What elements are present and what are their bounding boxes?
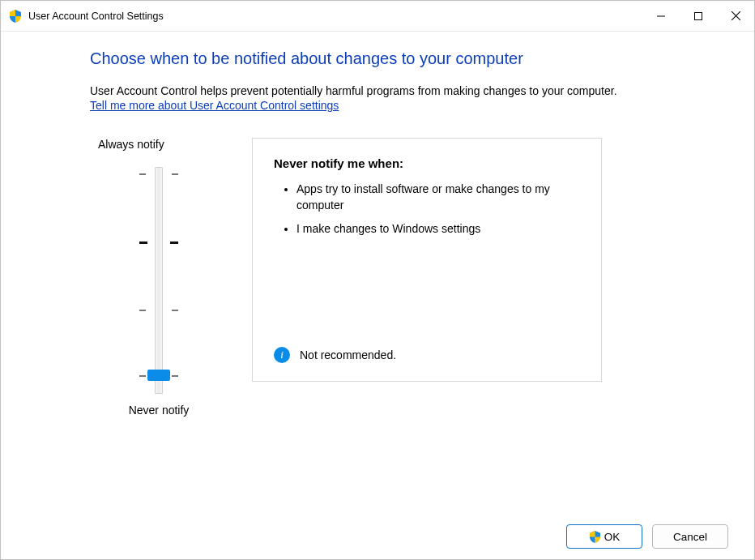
slider-column: Always notify Never notify (90, 138, 228, 417)
panel-bullet: I make changes to Windows settings (296, 221, 580, 237)
window-controls (642, 1, 754, 31)
cancel-button[interactable]: Cancel (652, 524, 728, 549)
status-row: i Not recommended. (274, 347, 396, 363)
slider-tick (172, 310, 178, 311)
status-text: Not recommended. (300, 348, 396, 361)
slider-tick (139, 375, 146, 377)
maximize-button[interactable] (680, 1, 717, 31)
info-icon: i (274, 347, 290, 363)
help-link[interactable]: Tell me more about User Account Control … (90, 99, 339, 112)
middle-section: Always notify Never notify Never n (90, 138, 714, 417)
panel-heading: Never notify me when: (274, 156, 580, 170)
slider-tick (139, 242, 147, 244)
close-button[interactable] (717, 1, 754, 31)
notification-detail-panel: Never notify me when: Apps try to instal… (252, 138, 602, 382)
footer: OK Cancel (1, 514, 754, 559)
slider-tick (170, 242, 178, 244)
svg-rect-1 (695, 12, 702, 19)
slider-top-label: Always notify (90, 138, 164, 151)
ok-button-label: OK (604, 531, 621, 543)
slider-tick (139, 310, 146, 311)
titlebar: User Account Control Settings (1, 1, 754, 32)
slider-tick (139, 173, 146, 175)
minimize-button[interactable] (642, 1, 680, 31)
slider-thumb[interactable] (147, 370, 170, 381)
shield-icon (9, 10, 22, 23)
slider-tick (172, 173, 178, 175)
notification-level-slider[interactable] (134, 167, 183, 394)
panel-bullet: Apps try to install software or make cha… (296, 182, 580, 213)
page-description: User Account Control helps prevent poten… (90, 84, 714, 97)
slider-tick (172, 375, 178, 377)
cancel-button-label: Cancel (673, 531, 707, 543)
panel-bullet-list: Apps try to install software or make cha… (274, 182, 580, 237)
shield-icon (589, 531, 601, 543)
window-title: User Account Control Settings (28, 11, 164, 22)
page-heading: Choose when to be notified about changes… (90, 49, 714, 68)
slider-track (155, 167, 163, 394)
content-area: Choose when to be notified about changes… (1, 32, 754, 514)
slider-bottom-label: Never notify (129, 404, 190, 417)
uac-settings-window: User Account Control Settings Choose whe… (0, 0, 755, 560)
ok-button[interactable]: OK (566, 524, 642, 549)
